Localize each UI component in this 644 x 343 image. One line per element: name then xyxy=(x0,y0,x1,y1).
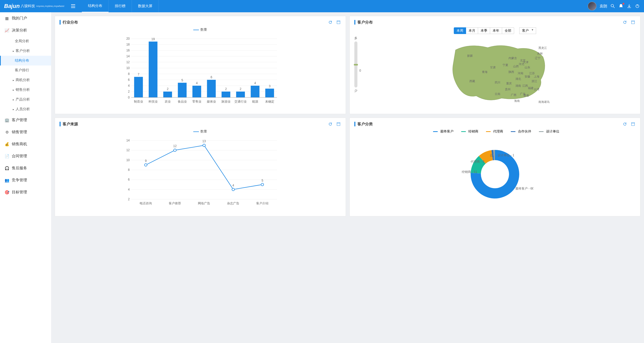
svg-text:2: 2 xyxy=(128,197,130,201)
seg-all[interactable]: 全部 xyxy=(502,27,514,34)
bell-icon[interactable] xyxy=(618,4,624,9)
download-icon[interactable] xyxy=(627,4,632,9)
svg-text:陕西: 陕西 xyxy=(509,70,514,73)
china-map[interactable]: 黑龙江吉林辽宁内蒙古新疆西藏青海甘肃宁夏陕西山西河北北京天津山东河南江苏安徽上海… xyxy=(363,36,636,105)
sidebar-sub-customer[interactable]: ▸客户分析 xyxy=(0,46,51,56)
tab-ranking[interactable]: 排行榜 xyxy=(109,0,132,12)
sidebar-label: 售后服务 xyxy=(12,166,27,171)
seg-label: 本年 xyxy=(493,29,499,32)
sidebar-item-analysis[interactable]: 📈决策分析 xyxy=(0,24,51,36)
svg-text:13: 13 xyxy=(202,139,206,143)
svg-text:最终客户 - 66: 最终客户 - 66 xyxy=(515,187,533,190)
sidebar-sub2-rank[interactable]: 客户排行 xyxy=(0,65,51,75)
sidebar-label: 客户排行 xyxy=(15,68,29,72)
sidebar-label: 决策分析 xyxy=(12,28,27,33)
sidebar-sub-sales[interactable]: ▸销售分析 xyxy=(0,85,51,95)
svg-text:2: 2 xyxy=(225,87,227,91)
svg-text:海南: 海南 xyxy=(514,99,520,102)
sidebar-item-customer-mgmt[interactable]: 🏢客户管理 xyxy=(0,114,51,126)
entity-select[interactable]: 客户 xyxy=(519,27,536,34)
sidebar-label: 目标管理 xyxy=(12,190,27,195)
expand-icon[interactable] xyxy=(630,20,636,25)
logo-main: Bajun xyxy=(4,3,20,9)
refresh-icon[interactable] xyxy=(328,121,333,127)
sidebar-item-sales-mgmt[interactable]: ⚙销售管理 xyxy=(0,126,51,138)
svg-text:客户介绍: 客户介绍 xyxy=(256,202,268,205)
sidebar-item-portal[interactable]: ▦我的门户 xyxy=(0,12,51,24)
sidebar-sub2-structure[interactable]: 结构分布 xyxy=(0,56,51,65)
expand-icon[interactable] xyxy=(336,121,341,127)
svg-rect-34 xyxy=(178,83,187,98)
svg-text:未确定: 未确定 xyxy=(265,100,274,103)
seg-month[interactable]: 本月 xyxy=(466,27,478,34)
svg-text:5: 5 xyxy=(181,79,183,82)
map-filters: 本周 本月 本季 本年 全部 客户 xyxy=(354,27,636,34)
menu-toggle-icon[interactable] xyxy=(71,4,76,9)
svg-text:宁夏: 宁夏 xyxy=(503,63,509,67)
tab-bigscreen[interactable]: 数据大屏 xyxy=(132,0,159,12)
sidebar-item-target[interactable]: 🎯目标管理 xyxy=(0,186,51,198)
svg-text:零售业: 零售业 xyxy=(192,100,201,103)
svg-text:青海: 青海 xyxy=(482,70,488,73)
sidebar-sub-opportunity[interactable]: ▸商机分析 xyxy=(0,75,51,85)
tab-label: 数据大屏 xyxy=(138,4,152,8)
svg-text:5: 5 xyxy=(262,179,263,182)
svg-text:4: 4 xyxy=(196,81,198,85)
sidebar-item-sales-opp[interactable]: 💰销售商机 xyxy=(0,138,51,150)
svg-rect-37 xyxy=(193,86,201,97)
svg-text:安徽: 安徽 xyxy=(525,75,530,78)
refresh-icon[interactable] xyxy=(622,20,627,25)
svg-text:合: 合 xyxy=(490,153,493,157)
sidebar-item-competition[interactable]: 👥竞争管理 xyxy=(0,174,51,186)
sidebar-sub-global[interactable]: 全局分析 xyxy=(0,36,51,46)
svg-rect-52 xyxy=(265,89,274,98)
refresh-icon[interactable] xyxy=(622,121,627,127)
svg-rect-28 xyxy=(149,42,157,98)
donut-legend: 最终客户经销商代理商合作伙伴设计单位 xyxy=(354,129,636,134)
card-category: 客户分类 最终客户经销商代理商合作伙伴设计单位 最终客户 - 66经销商 - 1… xyxy=(349,118,641,216)
search-icon[interactable] xyxy=(610,4,615,9)
sidebar-sub-personnel[interactable]: ▸人员分析 xyxy=(0,104,51,114)
expand-icon[interactable] xyxy=(336,20,341,25)
svg-text:广西: 广西 xyxy=(511,93,516,96)
avatar[interactable] xyxy=(588,2,596,10)
sidebar-label: 结构分布 xyxy=(15,58,29,62)
svg-text:河南: 河南 xyxy=(518,72,523,75)
svg-text:能源: 能源 xyxy=(252,100,258,103)
svg-text:江西: 江西 xyxy=(522,84,528,87)
title-accent xyxy=(60,20,61,25)
svg-text:9: 9 xyxy=(145,159,147,163)
seg-quarter[interactable]: 本季 xyxy=(478,27,490,34)
svg-text:18: 18 xyxy=(126,43,130,46)
top-tabs: 结构分布 排行榜 数据大屏 xyxy=(82,0,159,12)
logo-tagline: Anyone,Anytime,Anywhere! xyxy=(36,5,64,7)
scale-bar[interactable] xyxy=(354,41,357,87)
seg-year[interactable]: 本年 xyxy=(490,27,502,34)
svg-text:福建: 福建 xyxy=(528,86,534,90)
svg-text:0: 0 xyxy=(128,96,130,99)
chart-legend: 数量 xyxy=(60,27,341,32)
tab-structure[interactable]: 结构分布 xyxy=(82,0,109,12)
sidebar-sub-product[interactable]: ▸产品分析 xyxy=(0,95,51,104)
sidebar-label: 商机分析 xyxy=(16,78,30,82)
refresh-icon[interactable] xyxy=(328,20,333,25)
card-title: 客户来源 xyxy=(63,122,328,127)
svg-text:媒体业: 媒体业 xyxy=(207,100,216,103)
sidebar-item-aftersales[interactable]: 🎧售后服务 xyxy=(0,162,51,174)
svg-point-113 xyxy=(174,149,176,151)
sidebar-item-contract[interactable]: 📄合同管理 xyxy=(0,150,51,162)
expand-icon[interactable] xyxy=(630,121,636,127)
source-line-chart: 2468101214电话咨询客户推荐网络广告杂志广告客户介绍9121345 xyxy=(60,135,341,212)
scale-top: 多 xyxy=(354,36,357,40)
logo-cn: 八骏科技 xyxy=(21,4,35,8)
svg-text:四川: 四川 xyxy=(495,81,500,84)
power-icon[interactable] xyxy=(635,4,640,9)
svg-text:制造业: 制造业 xyxy=(134,100,143,103)
category-donut-chart: 最终客户 - 66经销商 - 11代理商 - 8设计单位 - 1合 xyxy=(354,136,636,213)
caret-right-icon: ▸ xyxy=(13,88,14,91)
seg-week[interactable]: 本周 xyxy=(454,27,466,34)
svg-text:4: 4 xyxy=(128,84,130,87)
svg-text:8: 8 xyxy=(128,72,130,76)
svg-text:湖南: 湖南 xyxy=(515,84,521,87)
svg-text:贵州: 贵州 xyxy=(505,88,511,91)
